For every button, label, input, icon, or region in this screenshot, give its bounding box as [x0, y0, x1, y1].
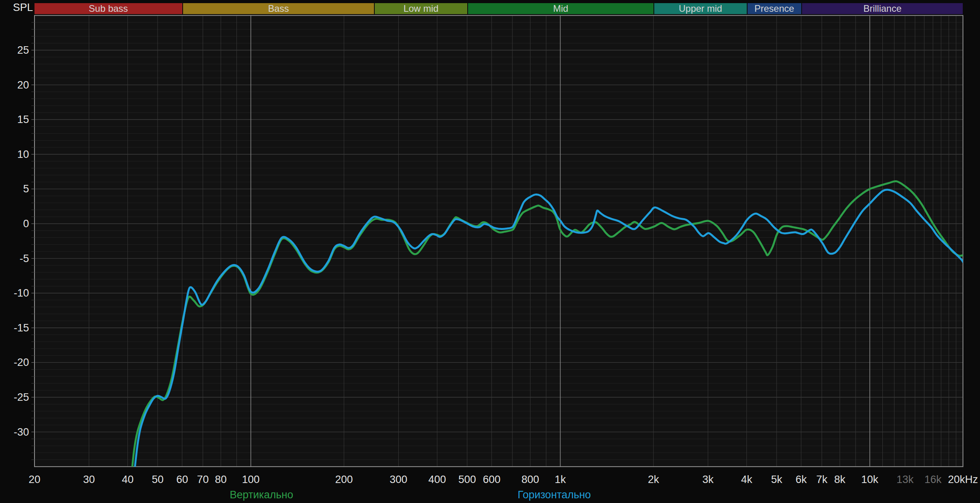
y-tick-label: 25	[17, 44, 29, 56]
x-tick-label: 50	[152, 474, 163, 485]
x-tick-label: 1k	[555, 474, 566, 485]
x-tick-label: 80	[215, 474, 227, 485]
legend-item-vertical[interactable]: Вертикально	[230, 489, 293, 501]
y-tick-label: 0	[23, 218, 29, 230]
x-tick-label: 500	[458, 474, 476, 485]
y-tick-label: -25	[14, 391, 29, 403]
plot-area	[34, 15, 963, 467]
x-tick-label: 400	[428, 474, 446, 485]
x-tick-label: 7k	[816, 474, 828, 485]
x-tick-label: 40	[122, 474, 134, 485]
x-tick-label: 200	[335, 474, 353, 485]
x-tick-label: 16k	[924, 474, 942, 485]
x-tick-label: 3k	[702, 474, 714, 485]
x-tick-label: 20kHz	[948, 474, 978, 485]
y-tick-label: -15	[14, 322, 29, 334]
x-tick-label: 6k	[795, 474, 807, 485]
plot-canvas: 2520151050-5-10-15-20-25-302030405060708…	[0, 0, 980, 503]
x-tick-label: 4k	[741, 474, 752, 485]
x-tick-label: 20	[29, 474, 40, 485]
y-tick-label: 5	[23, 183, 29, 195]
x-tick-label: 10k	[861, 474, 878, 485]
y-tick-label: -20	[14, 356, 29, 368]
x-tick-label: 5k	[771, 474, 782, 485]
x-tick-label: 100	[242, 474, 260, 485]
x-tick-label: 13k	[897, 474, 914, 485]
y-tick-label: -10	[14, 287, 29, 299]
y-tick-label: -5	[20, 253, 29, 264]
x-tick-label: 30	[83, 474, 95, 485]
x-tick-label: 600	[483, 474, 501, 485]
x-tick-label: 60	[176, 474, 188, 485]
y-tick-label: 15	[17, 114, 29, 125]
y-tick-label: 20	[17, 79, 29, 91]
x-tick-label: 300	[390, 474, 407, 485]
y-tick-label: -30	[14, 426, 29, 438]
x-tick-label: 2k	[648, 474, 659, 485]
frequency-response-chart: SPL Sub bassBassLow midMidUpper midPrese…	[0, 0, 980, 503]
x-tick-label: 70	[197, 474, 209, 485]
x-tick-label: 800	[521, 474, 539, 485]
y-tick-label: 10	[17, 148, 29, 160]
legend-item-horizontal[interactable]: Горизонтально	[518, 489, 591, 501]
x-tick-label: 8k	[834, 474, 846, 485]
